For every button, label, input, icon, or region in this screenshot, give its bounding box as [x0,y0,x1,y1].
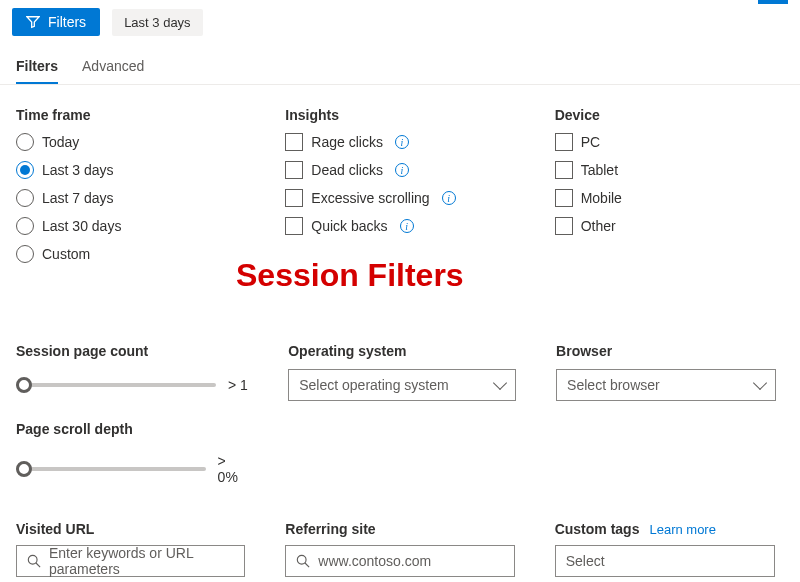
insights-option-dead-clicks[interactable]: Dead clicks i [285,161,514,179]
referring-site-title: Referring site [285,521,375,537]
checkbox-label: Other [581,218,616,234]
page-scroll-depth-value: > 0% [218,453,249,485]
info-icon[interactable]: i [395,135,409,149]
top-bar: Filters Last 3 days [0,0,800,44]
tab-filters[interactable]: Filters [16,50,58,84]
session-page-count-section: Session page count > 1 [16,343,248,395]
radio-icon [16,189,34,207]
timeframe-option-today[interactable]: Today [16,133,245,151]
checkbox-icon [285,133,303,151]
device-option-pc[interactable]: PC [555,133,784,151]
filter-tabs: Filters Advanced [0,44,800,85]
operating-system-section: Operating system Select operating system [288,343,516,485]
operating-system-title: Operating system [288,343,516,359]
search-icon [27,554,41,568]
custom-tags-learn-more-link[interactable]: Learn more [649,522,715,537]
tab-advanced[interactable]: Advanced [82,50,144,84]
checkbox-icon [555,189,573,207]
visited-url-section: Visited URL Enter keywords or URL parame… [16,521,245,577]
filters-button-label: Filters [48,14,86,30]
browser-title: Browser [556,343,784,359]
insights-options: Rage clicks i Dead clicks i Excessive sc… [285,133,514,235]
checkbox-label: Mobile [581,190,622,206]
filter-icon [26,15,40,29]
timeframe-option-custom[interactable]: Custom [16,245,245,263]
insights-option-excessive-scrolling[interactable]: Excessive scrolling i [285,189,514,207]
device-option-tablet[interactable]: Tablet [555,161,784,179]
checkbox-icon [555,161,573,179]
custom-tags-section: Custom tags Learn more Select [555,521,784,577]
input-placeholder: Enter keywords or URL parameters [49,545,234,577]
select-placeholder: Select operating system [299,377,448,393]
radio-label: Last 3 days [42,162,114,178]
custom-tags-select[interactable]: Select [555,545,775,577]
filters-button[interactable]: Filters [12,8,100,36]
checkbox-icon [285,161,303,179]
checkbox-label: Dead clicks [311,162,383,178]
device-option-other[interactable]: Other [555,217,784,235]
checkbox-label: Quick backs [311,218,387,234]
custom-tags-title: Custom tags [555,521,640,537]
radio-icon [16,245,34,263]
accent-bar [758,0,788,4]
radio-icon [16,161,34,179]
checkbox-label: PC [581,134,600,150]
device-options: PC Tablet Mobile Other [555,133,784,235]
checkbox-label: Rage clicks [311,134,383,150]
radio-label: Last 7 days [42,190,114,206]
insights-section: Insights Rage clicks i Dead clicks i Exc… [285,107,514,263]
device-section: Device PC Tablet Mobile Other [555,107,784,263]
slider-rail [16,467,206,471]
checkbox-icon [285,217,303,235]
page-scroll-depth-section: Page scroll depth > 0% [16,421,248,485]
radio-label: Custom [42,246,90,262]
checkbox-label: Tablet [581,162,618,178]
select-placeholder: Select browser [567,377,660,393]
svg-line-3 [305,563,309,567]
timeframe-option-last-7-days[interactable]: Last 7 days [16,189,245,207]
timeframe-section: Time frame Today Last 3 days Last 7 days… [16,107,245,263]
checkbox-icon [555,217,573,235]
visited-url-input[interactable]: Enter keywords or URL parameters [16,545,245,577]
checkbox-icon [555,133,573,151]
svg-line-1 [36,563,40,567]
session-page-count-title: Session page count [16,343,248,359]
session-page-count-value: > 1 [228,377,248,393]
timeframe-option-last-30-days[interactable]: Last 30 days [16,217,245,235]
chevron-down-icon [493,376,507,390]
device-option-mobile[interactable]: Mobile [555,189,784,207]
insights-option-rage-clicks[interactable]: Rage clicks i [285,133,514,151]
page-scroll-depth-title: Page scroll depth [16,421,248,437]
browser-select[interactable]: Select browser [556,369,776,401]
session-page-count-slider[interactable] [16,375,216,395]
select-placeholder: Select [566,553,605,569]
insights-title: Insights [285,107,514,123]
page-scroll-depth-slider[interactable] [16,459,206,479]
device-title: Device [555,107,784,123]
slider-rail [16,383,216,387]
timeframe-title: Time frame [16,107,245,123]
info-icon[interactable]: i [395,163,409,177]
referring-site-input[interactable]: www.contoso.com [285,545,514,577]
radio-icon [16,133,34,151]
chevron-down-icon [753,376,767,390]
radio-icon [16,217,34,235]
input-placeholder: www.contoso.com [318,553,431,569]
info-icon[interactable]: i [442,191,456,205]
operating-system-select[interactable]: Select operating system [288,369,516,401]
checkbox-label: Excessive scrolling [311,190,429,206]
checkbox-icon [285,189,303,207]
visited-url-title: Visited URL [16,521,94,537]
slider-thumb[interactable] [16,461,32,477]
slider-thumb[interactable] [16,377,32,393]
timeframe-option-last-3-days[interactable]: Last 3 days [16,161,245,179]
radio-label: Last 30 days [42,218,121,234]
search-icon [296,554,310,568]
insights-option-quick-backs[interactable]: Quick backs i [285,217,514,235]
timeframe-chip[interactable]: Last 3 days [112,9,203,36]
referring-site-section: Referring site www.contoso.com [285,521,514,577]
timeframe-options: Today Last 3 days Last 7 days Last 30 da… [16,133,245,263]
radio-label: Today [42,134,79,150]
info-icon[interactable]: i [400,219,414,233]
browser-section: Browser Select browser [556,343,784,485]
